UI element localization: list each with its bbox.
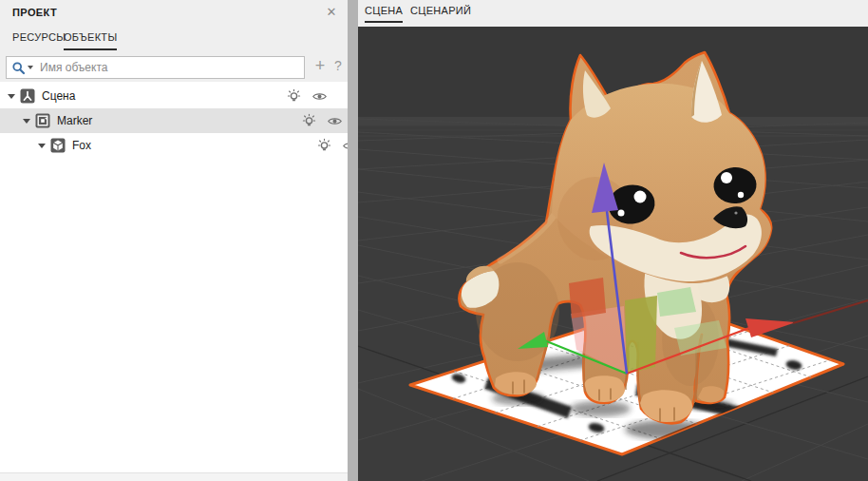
project-panel-header: ПРОЕКТ ✕ РЕСУРСЫ ОБЪЕКТЫ + ? bbox=[0, 0, 348, 82]
tab-scene[interactable]: СЦЕНА bbox=[365, 5, 403, 23]
lamp-icon[interactable] bbox=[316, 138, 332, 154]
lamp-icon[interactable] bbox=[286, 88, 302, 105]
marker-icon bbox=[35, 113, 50, 128]
gizmo-plane-olive[interactable] bbox=[625, 296, 657, 374]
panel-splitter[interactable] bbox=[348, 0, 358, 481]
eye-icon[interactable] bbox=[327, 113, 343, 129]
viewport-3d[interactable] bbox=[358, 27, 868, 481]
tree-row-fox[interactable]: Fox bbox=[0, 133, 386, 158]
eye-icon[interactable] bbox=[311, 88, 328, 105]
search-filter-control[interactable] bbox=[11, 61, 33, 75]
search-input[interactable] bbox=[38, 60, 304, 75]
tree-row-marker[interactable]: Marker bbox=[0, 108, 370, 133]
help-button[interactable]: ? bbox=[330, 55, 346, 76]
expander-icon[interactable] bbox=[8, 94, 15, 99]
search-box[interactable] bbox=[6, 56, 305, 79]
project-panel: ПРОЕКТ ✕ РЕСУРСЫ ОБЪЕКТЫ + ? bbox=[0, 0, 348, 481]
tree-label: Сцена bbox=[42, 89, 286, 103]
panel-tabbar: РЕСУРСЫ ОБЪЕКТЫ bbox=[0, 27, 348, 51]
expander-icon[interactable] bbox=[38, 144, 46, 148]
model-cube-icon bbox=[50, 138, 66, 153]
search-dropdown-caret bbox=[28, 66, 33, 69]
search-icon bbox=[11, 61, 26, 75]
tree-label: Fox bbox=[72, 139, 316, 152]
lamp-icon[interactable] bbox=[301, 113, 317, 129]
tree-row-scene[interactable]: Сцена bbox=[0, 84, 355, 108]
search-row: + ? bbox=[0, 53, 348, 82]
object-tree: Сцена Marker bbox=[0, 84, 348, 158]
expander-icon[interactable] bbox=[23, 119, 30, 124]
gizmo-plane-red[interactable] bbox=[569, 278, 606, 318]
panel-title: ПРОЕКТ bbox=[12, 7, 57, 18]
add-button[interactable]: + bbox=[311, 54, 329, 77]
close-icon[interactable]: ✕ bbox=[323, 4, 340, 21]
viewport-area: СЦЕНА СЦЕНАРИЙ bbox=[358, 0, 868, 481]
tab-scenario[interactable]: СЦЕНАРИЙ bbox=[410, 5, 471, 21]
viewport-tabbar: СЦЕНА СЦЕНАРИЙ bbox=[358, 0, 868, 27]
tab-objects[interactable]: ОБЪЕКТЫ bbox=[64, 31, 117, 50]
tab-resources[interactable]: РЕСУРСЫ bbox=[12, 31, 66, 48]
panel-bottom-strip bbox=[0, 472, 348, 481]
scene-icon bbox=[20, 88, 35, 104]
tree-label: Marker bbox=[57, 114, 301, 127]
